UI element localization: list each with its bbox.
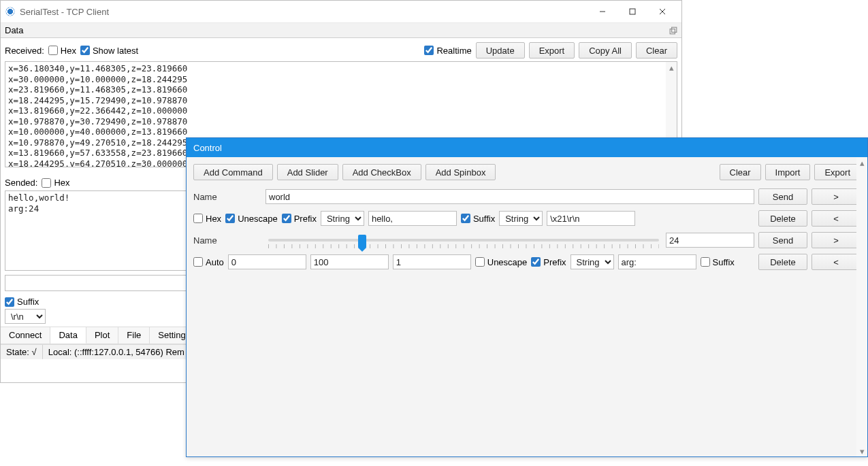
show-latest-checkbox[interactable]: Show latest	[80, 46, 138, 56]
command-suffix-value-input[interactable]	[547, 211, 635, 226]
status-local: Local: (::ffff:127.0.0.1, 54766) Rem	[43, 345, 190, 359]
command-send-button[interactable]: Send	[758, 188, 807, 205]
control-titlebar[interactable]: Control	[187, 138, 867, 157]
suffix-input[interactable]	[5, 297, 14, 307]
slider-row: Name Send >	[193, 232, 861, 248]
control-title: Control	[193, 143, 222, 153]
scroll-down-icon[interactable]: ▾	[856, 446, 867, 456]
command-hex-checkbox[interactable]: Hex	[193, 214, 221, 224]
slider-ticks	[268, 244, 659, 248]
command-delete-button[interactable]: Delete	[758, 210, 807, 227]
control-clear-button[interactable]: Clear	[720, 164, 761, 180]
control-toolbar: Add Command Add Slider Add CheckBox Add …	[193, 164, 861, 180]
slider-name-label: Name	[193, 235, 261, 246]
window-title: SerialTest - TCP Client	[20, 7, 109, 17]
svg-rect-4	[670, 29, 675, 33]
command-prefix-checkbox[interactable]: Prefix	[282, 214, 317, 224]
slider-prefix-checkbox[interactable]: Prefix	[531, 257, 566, 267]
slider-prefix-value-input[interactable]	[618, 254, 696, 269]
slider-min-input[interactable]	[228, 254, 306, 269]
close-button[interactable]	[647, 2, 677, 21]
slider-unescape-checkbox[interactable]: Unescape	[475, 257, 528, 267]
slider-track-wrap[interactable]	[266, 233, 662, 247]
slider-prefix-type-select[interactable]: String	[570, 254, 614, 269]
add-spinbox-button[interactable]: Add Spinbox	[425, 164, 496, 180]
titlebar: SerialTest - TCP Client	[1, 1, 681, 23]
slider-expand-button[interactable]: >	[811, 232, 861, 248]
svg-rect-5	[672, 27, 677, 32]
sended-hex-input[interactable]	[42, 178, 51, 188]
add-checkbox-button[interactable]: Add CheckBox	[342, 164, 421, 180]
status-state: State: √	[1, 345, 43, 359]
command-name-label: Name	[193, 192, 261, 202]
export-button[interactable]: Export	[529, 42, 575, 59]
add-command-button[interactable]: Add Command	[193, 164, 273, 180]
add-slider-button[interactable]: Add Slider	[277, 164, 338, 180]
slider-row-props: Auto Unescape Prefix String Suffix Delet…	[193, 254, 861, 270]
scroll-up-icon[interactable]: ▴	[856, 157, 867, 168]
slider-suffix-checkbox[interactable]: Suffix	[701, 257, 735, 267]
tab-connect[interactable]: Connect	[1, 327, 50, 344]
command-expand-button[interactable]: >	[811, 188, 861, 205]
suffix-checkbox[interactable]: Suffix	[5, 297, 39, 307]
command-row: Name Send >	[193, 188, 861, 205]
command-row-props: Hex Unescape Prefix String Suffix String…	[193, 210, 861, 227]
command-unescape-checkbox[interactable]: Unescape	[225, 214, 278, 224]
sended-label: Sended:	[5, 178, 37, 188]
update-button[interactable]: Update	[476, 42, 525, 59]
command-suffix-type-select[interactable]: String	[499, 211, 543, 226]
minimize-button[interactable]	[588, 2, 617, 21]
control-import-button[interactable]: Import	[765, 164, 811, 180]
clear-button[interactable]: Clear	[636, 42, 677, 59]
realtime-checkbox[interactable]: Realtime	[424, 46, 471, 56]
show-latest-input[interactable]	[80, 46, 90, 55]
realtime-input[interactable]	[424, 46, 434, 55]
slider-collapse-button[interactable]: <	[811, 254, 861, 270]
maximize-button[interactable]	[617, 2, 647, 21]
slider-send-button[interactable]: Send	[758, 232, 807, 248]
copy-all-button[interactable]: Copy All	[579, 42, 632, 59]
slider-step-input[interactable]	[393, 254, 471, 269]
command-prefix-value-input[interactable]	[368, 211, 457, 226]
slider-auto-checkbox[interactable]: Auto	[193, 257, 224, 267]
tab-data[interactable]: Data	[50, 327, 86, 344]
received-hex-checkbox[interactable]: Hex	[48, 46, 76, 56]
command-suffix-checkbox[interactable]: Suffix	[461, 214, 495, 224]
suffix-select[interactable]: \r\n	[5, 309, 46, 324]
app-icon	[5, 6, 16, 17]
received-label: Received:	[5, 46, 44, 56]
svg-rect-1	[630, 9, 635, 14]
data-section-header: Data	[1, 23, 681, 38]
section-title: Data	[5, 25, 23, 35]
command-prefix-type-select[interactable]: String	[321, 211, 364, 226]
tab-plot[interactable]: Plot	[86, 327, 118, 344]
slider-thumb[interactable]	[358, 235, 366, 248]
tab-file[interactable]: File	[118, 327, 150, 344]
received-hex-input[interactable]	[48, 46, 58, 55]
sended-hex-checkbox[interactable]: Hex	[42, 178, 69, 188]
control-scrollbar[interactable]: ▴ ▾	[856, 157, 867, 456]
control-window: Control Add Command Add Slider Add Check…	[186, 137, 868, 457]
slider-max-input[interactable]	[310, 254, 389, 269]
received-toolbar: Received: Hex Show latest Realtime Updat…	[1, 38, 681, 61]
command-collapse-button[interactable]: <	[811, 210, 861, 227]
slider-delete-button[interactable]: Delete	[758, 254, 807, 270]
command-name-input[interactable]	[266, 189, 754, 204]
undock-icon[interactable]	[669, 27, 677, 35]
scroll-up-icon[interactable]: ▴	[666, 62, 677, 73]
control-export-button[interactable]: Export	[814, 164, 861, 180]
slider-value-input[interactable]	[666, 233, 754, 248]
